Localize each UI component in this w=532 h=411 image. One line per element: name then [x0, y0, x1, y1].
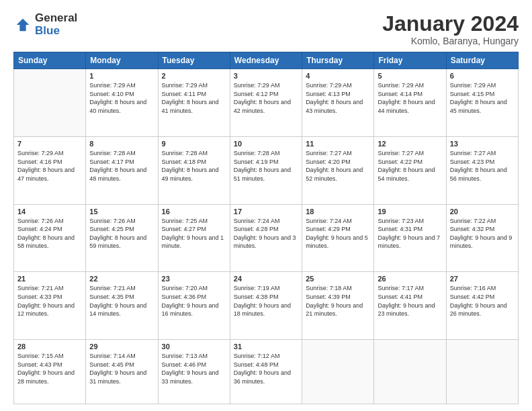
calendar-cell: 1Sunrise: 7:29 AMSunset: 4:10 PMDaylight…	[86, 69, 158, 137]
day-number: 5	[378, 72, 442, 80]
week-row-2: 7Sunrise: 7:29 AMSunset: 4:16 PMDaylight…	[14, 136, 519, 204]
day-info: Sunrise: 7:29 AMSunset: 4:12 PMDaylight:…	[234, 81, 298, 115]
day-info: Sunrise: 7:29 AMSunset: 4:16 PMDaylight:…	[17, 149, 82, 183]
day-number: 12	[378, 140, 442, 148]
calendar-cell: 24Sunrise: 7:19 AMSunset: 4:38 PMDayligh…	[230, 272, 302, 340]
day-number: 2	[162, 72, 226, 80]
day-info: Sunrise: 7:26 AMSunset: 4:25 PMDaylight:…	[89, 217, 154, 250]
col-thursday: Thursday	[302, 52, 374, 69]
day-number: 3	[234, 72, 298, 80]
day-number: 7	[17, 140, 82, 148]
calendar-cell: 3Sunrise: 7:29 AMSunset: 4:12 PMDaylight…	[230, 69, 302, 137]
day-info: Sunrise: 7:14 AMSunset: 4:45 PMDaylight:…	[89, 352, 154, 385]
logo-general-text: General	[35, 12, 77, 25]
day-number: 10	[234, 140, 298, 148]
day-number: 24	[234, 275, 298, 283]
col-friday: Friday	[374, 52, 446, 69]
day-number: 31	[234, 342, 298, 351]
calendar-cell: 16Sunrise: 7:25 AMSunset: 4:27 PMDayligh…	[158, 204, 230, 272]
calendar-cell	[302, 340, 374, 404]
day-number: 13	[450, 140, 515, 148]
day-number: 4	[306, 72, 370, 80]
day-number: 27	[450, 275, 515, 283]
calendar-cell: 27Sunrise: 7:16 AMSunset: 4:42 PMDayligh…	[446, 272, 518, 340]
day-info: Sunrise: 7:28 AMSunset: 4:19 PMDaylight:…	[234, 149, 298, 183]
calendar-table: Sunday Monday Tuesday Wednesday Thursday…	[13, 52, 519, 404]
col-sunday: Sunday	[14, 52, 86, 69]
day-info: Sunrise: 7:29 AMSunset: 4:11 PMDaylight:…	[162, 81, 226, 115]
day-info: Sunrise: 7:24 AMSunset: 4:29 PMDaylight:…	[306, 217, 370, 250]
day-info: Sunrise: 7:22 AMSunset: 4:32 PMDaylight:…	[450, 217, 515, 250]
day-number: 1	[89, 72, 154, 80]
day-number: 19	[378, 208, 442, 216]
col-saturday: Saturday	[446, 52, 518, 69]
day-number: 17	[234, 208, 298, 216]
day-number: 28	[17, 342, 82, 351]
calendar-cell	[14, 69, 86, 137]
week-row-5: 28Sunrise: 7:15 AMSunset: 4:43 PMDayligh…	[14, 340, 519, 404]
calendar-cell: 2Sunrise: 7:29 AMSunset: 4:11 PMDaylight…	[158, 69, 230, 137]
col-tuesday: Tuesday	[158, 52, 230, 69]
calendar-cell: 8Sunrise: 7:28 AMSunset: 4:17 PMDaylight…	[86, 136, 158, 204]
logo: General Blue	[13, 12, 77, 37]
day-info: Sunrise: 7:15 AMSunset: 4:43 PMDaylight:…	[17, 352, 82, 385]
day-info: Sunrise: 7:21 AMSunset: 4:35 PMDaylight:…	[89, 284, 154, 318]
calendar-cell: 21Sunrise: 7:21 AMSunset: 4:33 PMDayligh…	[14, 272, 86, 340]
week-row-3: 14Sunrise: 7:26 AMSunset: 4:24 PMDayligh…	[14, 204, 519, 272]
day-info: Sunrise: 7:27 AMSunset: 4:23 PMDaylight:…	[450, 149, 515, 183]
day-number: 29	[89, 342, 154, 351]
day-info: Sunrise: 7:27 AMSunset: 4:20 PMDaylight:…	[306, 149, 370, 183]
day-number: 21	[17, 275, 82, 283]
calendar-cell: 14Sunrise: 7:26 AMSunset: 4:24 PMDayligh…	[14, 204, 86, 272]
day-info: Sunrise: 7:21 AMSunset: 4:33 PMDaylight:…	[17, 284, 82, 318]
day-number: 11	[306, 140, 370, 148]
calendar-cell: 17Sunrise: 7:24 AMSunset: 4:28 PMDayligh…	[230, 204, 302, 272]
day-number: 8	[89, 140, 154, 148]
calendar-cell: 4Sunrise: 7:29 AMSunset: 4:13 PMDaylight…	[302, 69, 374, 137]
day-info: Sunrise: 7:29 AMSunset: 4:15 PMDaylight:…	[450, 81, 515, 115]
day-number: 23	[162, 275, 226, 283]
calendar-cell: 5Sunrise: 7:29 AMSunset: 4:14 PMDaylight…	[374, 69, 446, 137]
day-info: Sunrise: 7:23 AMSunset: 4:31 PMDaylight:…	[378, 217, 442, 250]
day-number: 22	[89, 275, 154, 283]
day-info: Sunrise: 7:29 AMSunset: 4:13 PMDaylight:…	[306, 81, 370, 115]
calendar-cell: 29Sunrise: 7:14 AMSunset: 4:45 PMDayligh…	[86, 340, 158, 404]
col-wednesday: Wednesday	[230, 52, 302, 69]
calendar-cell: 18Sunrise: 7:24 AMSunset: 4:29 PMDayligh…	[302, 204, 374, 272]
header: General Blue January 2024 Komlo, Baranya…	[13, 12, 519, 46]
calendar-cell: 25Sunrise: 7:18 AMSunset: 4:39 PMDayligh…	[302, 272, 374, 340]
day-info: Sunrise: 7:13 AMSunset: 4:46 PMDaylight:…	[162, 352, 226, 385]
day-info: Sunrise: 7:20 AMSunset: 4:36 PMDaylight:…	[162, 284, 226, 318]
logo-blue-text: Blue	[35, 25, 77, 38]
calendar-cell: 22Sunrise: 7:21 AMSunset: 4:35 PMDayligh…	[86, 272, 158, 340]
calendar-cell: 11Sunrise: 7:27 AMSunset: 4:20 PMDayligh…	[302, 136, 374, 204]
day-info: Sunrise: 7:17 AMSunset: 4:41 PMDaylight:…	[378, 284, 442, 318]
day-info: Sunrise: 7:18 AMSunset: 4:39 PMDaylight:…	[306, 284, 370, 318]
calendar-cell: 23Sunrise: 7:20 AMSunset: 4:36 PMDayligh…	[158, 272, 230, 340]
day-number: 15	[89, 208, 154, 216]
day-info: Sunrise: 7:19 AMSunset: 4:38 PMDaylight:…	[234, 284, 298, 318]
day-number: 25	[306, 275, 370, 283]
calendar-cell: 20Sunrise: 7:22 AMSunset: 4:32 PMDayligh…	[446, 204, 518, 272]
day-info: Sunrise: 7:28 AMSunset: 4:17 PMDaylight:…	[89, 149, 154, 183]
calendar-cell: 12Sunrise: 7:27 AMSunset: 4:22 PMDayligh…	[374, 136, 446, 204]
week-row-4: 21Sunrise: 7:21 AMSunset: 4:33 PMDayligh…	[14, 272, 519, 340]
logo-text: General Blue	[35, 12, 77, 37]
calendar-cell: 31Sunrise: 7:12 AMSunset: 4:48 PMDayligh…	[230, 340, 302, 404]
day-number: 6	[450, 72, 515, 80]
calendar-cell: 19Sunrise: 7:23 AMSunset: 4:31 PMDayligh…	[374, 204, 446, 272]
day-number: 16	[162, 208, 226, 216]
day-number: 30	[162, 342, 226, 351]
page: General Blue January 2024 Komlo, Baranya…	[0, 0, 532, 411]
col-monday: Monday	[86, 52, 158, 69]
week-row-1: 1Sunrise: 7:29 AMSunset: 4:10 PMDaylight…	[14, 69, 519, 137]
calendar-cell	[446, 340, 518, 404]
calendar-cell: 13Sunrise: 7:27 AMSunset: 4:23 PMDayligh…	[446, 136, 518, 204]
day-info: Sunrise: 7:28 AMSunset: 4:18 PMDaylight:…	[162, 149, 226, 183]
day-info: Sunrise: 7:29 AMSunset: 4:10 PMDaylight:…	[89, 81, 154, 115]
day-info: Sunrise: 7:29 AMSunset: 4:14 PMDaylight:…	[378, 81, 442, 115]
day-number: 26	[378, 275, 442, 283]
day-number: 14	[17, 208, 82, 216]
title-block: January 2024 Komlo, Baranya, Hungary	[382, 12, 519, 46]
day-info: Sunrise: 7:25 AMSunset: 4:27 PMDaylight:…	[162, 217, 226, 250]
